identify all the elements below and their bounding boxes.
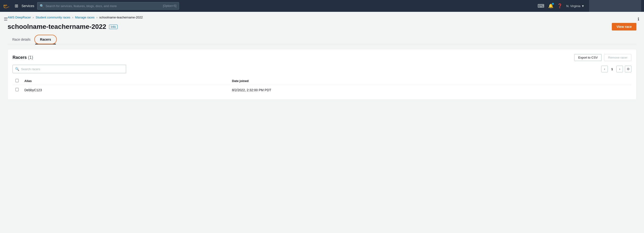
page-number: 1 [610,67,614,71]
search-racers-icon: 🔍 [15,67,19,71]
search-pagination-row: 🔍 ‹ 1 › ⚙ [12,65,632,77]
breadcrumb-current: schoolname-teachername-2022 [99,15,143,19]
page-title: schoolname-teachername-2022 [8,23,106,30]
terminal-icon[interactable]: ⌨ [538,3,544,9]
alias-col-header: Alias [22,77,229,85]
account-bar [589,0,641,12]
page-info-icon[interactable]: ℹ [638,16,639,22]
global-search-input[interactable] [46,4,161,8]
page-header: schoolname-teachername-2022 Info View ra… [8,23,636,30]
notifications-icon[interactable]: 🔔 [548,3,554,8]
search-racers-input[interactable] [21,67,124,71]
table-body: DebbyC123 8/2/2022, 2:32:00 PM PDT [12,85,632,95]
breadcrumb: AWS DeepRacer › Student community races … [8,15,636,19]
nav-icons-group: ⌨ 🔔 ❓ N. Virginia ▼ [538,3,584,9]
table-settings-button[interactable]: ⚙ [625,66,632,72]
remove-racer-button[interactable]: Remove racer [604,54,632,61]
tab-racers-label: Racers [40,37,51,41]
alias-cell: DebbyC123 [22,85,229,95]
info-badge[interactable]: Info [109,24,118,29]
breadcrumb-link-community-races[interactable]: Student community races [36,15,70,19]
tab-race-details-label: Race details [12,37,30,41]
row-checkbox-cell [12,85,22,95]
search-shortcut: [Option+S] [163,4,176,7]
date-joined-cell: 8/2/2022, 2:32:00 PM PDT [229,85,632,95]
global-search-bar[interactable]: 🔍 [Option+S] [37,2,179,10]
card-title: Racers (1) [12,55,33,60]
view-race-button[interactable]: View race [612,23,636,30]
racers-card: Racers (1) Export to CSV Remove racer 🔍 … [8,49,636,100]
svg-text:aws: aws [4,4,7,6]
notification-dot [552,3,554,5]
region-selector[interactable]: N. Virginia ▼ [566,4,584,8]
chevron-down-icon: ▼ [581,4,584,8]
row-checkbox[interactable] [16,88,19,91]
main-content: AWS DeepRacer › Student community races … [0,12,644,233]
search-racers-bar[interactable]: 🔍 [12,65,126,73]
card-title-group: Racers (1) [12,55,33,60]
search-icon: 🔍 [40,4,44,8]
card-count: (1) [28,55,33,60]
table-header-row: Alias Date joined [12,77,632,85]
breadcrumb-sep-1: › [33,16,34,19]
pagination: ‹ 1 › ⚙ [601,66,632,72]
grid-icon[interactable]: ⊞ [15,3,18,8]
breadcrumb-link-deepracer[interactable]: AWS DeepRacer [8,15,31,19]
prev-page-button[interactable]: ‹ [601,66,608,72]
table-header: Alias Date joined [12,77,632,85]
services-label[interactable]: Services [22,4,34,8]
sidebar-toggle-icon[interactable]: ☰ [4,16,8,22]
card-header: Racers (1) Export to CSV Remove racer [12,54,632,61]
card-title-text: Racers [12,55,27,60]
breadcrumb-sep-3: › [96,16,98,19]
next-page-button[interactable]: › [616,66,623,72]
export-csv-button[interactable]: Export to CSV [574,54,602,61]
tab-racers[interactable]: Racers [35,35,56,44]
card-actions: Export to CSV Remove racer [574,54,632,61]
select-all-col [12,77,22,85]
page-title-area: schoolname-teachername-2022 Info [8,23,118,30]
region-label: N. Virginia [566,4,580,8]
date-joined-col-header: Date joined [229,77,632,85]
tab-race-details[interactable]: Race details [8,35,35,44]
tabs-bar: Race details Racers [8,35,636,44]
aws-logo[interactable]: aws [3,3,12,9]
top-navigation: aws ⊞ Services 🔍 [Option+S] ⌨ 🔔 ❓ N. Vir… [0,0,644,12]
help-icon[interactable]: ❓ [557,3,562,8]
breadcrumb-sep-2: › [72,16,73,19]
table-row: DebbyC123 8/2/2022, 2:32:00 PM PDT [12,85,632,95]
racers-table: Alias Date joined DebbyC123 8/2/2022, 2:… [12,77,632,95]
select-all-checkbox[interactable] [16,79,19,82]
breadcrumb-link-manage-races[interactable]: Manage races [75,15,94,19]
